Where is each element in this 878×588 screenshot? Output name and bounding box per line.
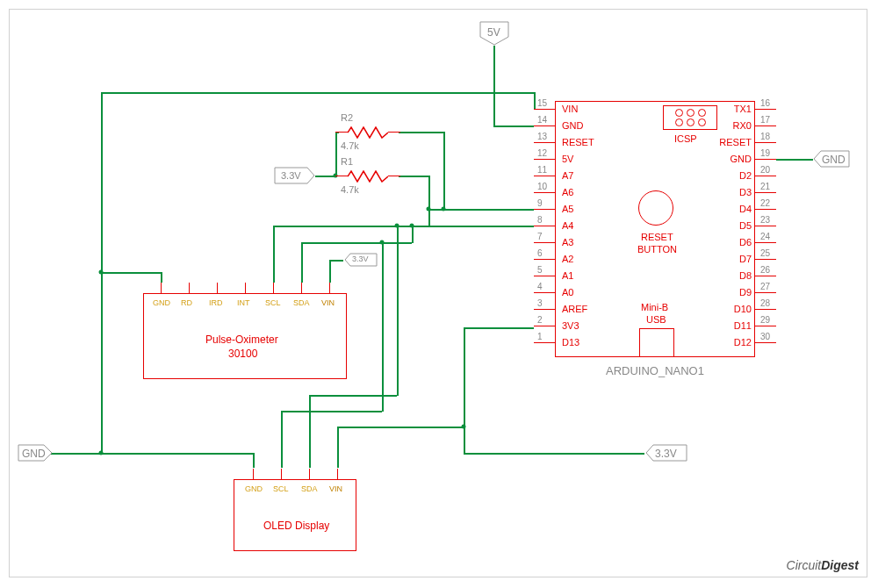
usb-label1: Mini-B: [641, 302, 668, 312]
arduino-pin-num: 2: [537, 315, 543, 325]
resistor-r1: [337, 169, 399, 183]
pin-line: [329, 283, 330, 293]
arduino-pin-line: [534, 109, 555, 110]
arduino-pin-num: 25: [760, 248, 770, 258]
arduino-pin-line: [755, 292, 776, 293]
oled-pin-label: GND: [245, 484, 263, 493]
arduino-pin-line: [755, 342, 776, 343]
wire: [281, 411, 283, 468]
junction: [462, 425, 466, 429]
arduino-pin-line: [755, 109, 776, 110]
arduino-pin-line: [534, 192, 555, 193]
junction: [395, 224, 399, 228]
arduino-pin-num: 11: [537, 165, 547, 175]
arduino-pin-num: 8: [537, 215, 543, 225]
arduino-pin-line: [755, 326, 776, 326]
pin-line: [189, 283, 190, 293]
net-tag-5v: 5V: [487, 26, 500, 39]
pin-line: [273, 283, 274, 293]
r2-ref: R2: [341, 112, 353, 123]
wire: [337, 427, 464, 428]
arduino-pin-num: 14: [537, 115, 547, 125]
wire: [301, 242, 412, 244]
arduino-pin-num: 30: [760, 332, 770, 341]
arduino-pin-line: [755, 125, 776, 126]
arduino-pin-num: 29: [760, 315, 770, 325]
wire: [464, 327, 465, 454]
net-tag-gnd-right: GND: [822, 154, 846, 166]
resistor-r2: [337, 125, 399, 139]
junction: [442, 207, 446, 212]
arduino-pin-line: [755, 209, 776, 210]
arduino-pin-label: D6: [716, 237, 752, 247]
arduino-pin-line: [534, 309, 555, 310]
net-tag-3v3-small: 3.3V: [352, 255, 369, 263]
wire: [161, 272, 162, 283]
reset-label1: RESET: [641, 232, 673, 242]
wire: [493, 125, 534, 127]
wire: [329, 260, 331, 283]
arduino-pin-num: 18: [760, 132, 770, 141]
arduino-instance: ARDUINO_NANO1: [606, 364, 704, 377]
pulse-pin-label: VIN: [321, 298, 335, 307]
arduino-pin-line: [534, 159, 555, 160]
arduino-pin-label: D12: [716, 337, 752, 348]
wire: [329, 260, 343, 262]
arduino-pin-num: 22: [760, 198, 770, 208]
arduino-pin-label: RX0: [716, 120, 752, 131]
arduino-pin-label: VIN: [562, 104, 578, 114]
pin-line: [253, 469, 254, 479]
icsp-label: ICSP: [674, 133, 697, 144]
arduino-pin-num: 4: [537, 282, 543, 291]
arduino-pin-label: D7: [716, 254, 752, 264]
arduino-pin-num: 19: [760, 148, 770, 158]
arduino-pin-num: 3: [537, 298, 543, 308]
junction: [380, 240, 385, 245]
arduino-pin-num: 26: [760, 265, 770, 275]
wire: [273, 226, 428, 227]
pulse-pin-label: SDA: [293, 298, 310, 307]
wire: [51, 453, 102, 455]
arduino-pin-label: A7: [562, 170, 573, 181]
wire: [399, 176, 428, 177]
wire: [101, 453, 253, 455]
arduino-pin-label: A4: [562, 220, 573, 231]
arduino-pin-num: 23: [760, 215, 770, 225]
wire: [428, 176, 430, 210]
pin-line: [217, 283, 218, 293]
junction: [99, 451, 104, 455]
arduino-pin-label: GND: [562, 120, 583, 131]
arduino-pin-line: [534, 142, 555, 143]
arduino-pin-label: D8: [716, 270, 752, 281]
r1-val: 4.7k: [341, 184, 359, 195]
net-tag-3v3-right: 3.3V: [655, 448, 677, 460]
arduino-pin-label: A1: [562, 270, 573, 281]
pulse-pin-label: IRD: [209, 298, 223, 307]
wire: [464, 327, 534, 329]
wire: [253, 453, 255, 468]
wire: [428, 209, 430, 226]
usb-icon: [639, 328, 674, 357]
arduino-pin-line: [755, 276, 776, 276]
schematic-canvas: 5V 3.3V 3.3V GND 3.3V GND R2 4.7k R1 4.7…: [0, 0, 878, 588]
arduino-pin-num: 5: [537, 265, 543, 275]
arduino-pin-line: [534, 259, 555, 260]
arduino-pin-num: 28: [760, 298, 770, 308]
arduino-pin-num: 9: [537, 198, 543, 208]
wire: [776, 159, 813, 161]
arduino-pin-label: A2: [562, 254, 573, 264]
arduino-pin-label: D4: [716, 204, 752, 214]
pin-line: [337, 469, 338, 479]
arduino-pin-label: D2: [716, 170, 752, 181]
icsp-header: [663, 105, 717, 130]
arduino-pin-label: GND: [716, 154, 752, 164]
arduino-pin-label: A3: [562, 237, 573, 247]
junction: [427, 207, 431, 212]
r2-val: 4.7k: [341, 140, 359, 151]
arduino-pin-line: [534, 125, 555, 126]
arduino-pin-num: 13: [537, 132, 547, 141]
arduino-pin-label: 3V3: [562, 320, 579, 331]
pin-line: [245, 283, 246, 293]
pin-line: [301, 283, 302, 293]
arduino-pin-label: A5: [562, 204, 573, 214]
